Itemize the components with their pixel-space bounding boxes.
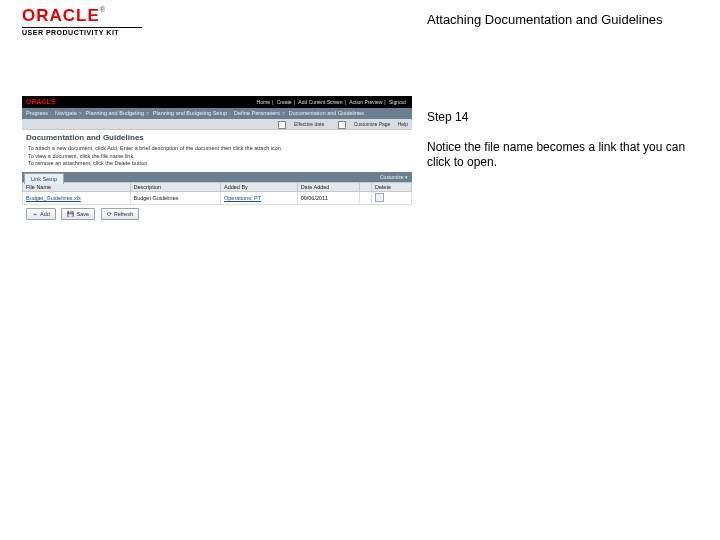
delete-icon[interactable] bbox=[375, 193, 384, 202]
save-icon: 💾 bbox=[67, 211, 74, 217]
topbar-link-add-current-screen[interactable]: Add Current Screen bbox=[298, 99, 342, 105]
instruction-line: To remove an attachment, click the Delet… bbox=[28, 160, 406, 168]
col-date-added[interactable]: Date Added bbox=[297, 183, 359, 192]
col-added-by[interactable]: Added By bbox=[221, 183, 298, 192]
breadcrumb: Progress: Navigate> Planning and Budgeti… bbox=[22, 108, 412, 119]
topbar-link-create[interactable]: Create bbox=[277, 99, 292, 105]
app-brand-mini: ORACLE bbox=[26, 98, 56, 105]
trademark-symbol: ® bbox=[100, 6, 105, 13]
tab-link-setup[interactable]: Link Setup bbox=[24, 173, 64, 184]
crumb-planning-budgeting-setup[interactable]: Planning and Budgeting Setup bbox=[153, 110, 227, 116]
file-name-link[interactable]: Budget_Guidelines.xls bbox=[26, 195, 81, 201]
step-instruction-text: Notice the file name becomes a link that… bbox=[427, 140, 687, 170]
page-heading: Documentation and Guidelines bbox=[22, 130, 412, 143]
refresh-button-label: Refresh bbox=[114, 211, 133, 217]
page-instructions: To attach a new document, click Add. Ent… bbox=[22, 143, 412, 172]
crumb-progress[interactable]: Progress bbox=[26, 110, 48, 116]
crumb-navigate[interactable]: Navigate bbox=[55, 110, 77, 116]
button-row: ＋Add 💾Save ⟳Refresh bbox=[22, 205, 412, 223]
step-label: Step 14 bbox=[427, 110, 468, 124]
plus-icon: ＋ bbox=[32, 211, 38, 217]
add-button-label: Add bbox=[40, 211, 50, 217]
refresh-icon: ⟳ bbox=[107, 211, 112, 217]
added-by-link[interactable]: Operations, PT bbox=[224, 195, 261, 201]
instruction-line: To attach a new document, click Add. Ent… bbox=[28, 145, 406, 153]
embedded-app-screenshot: ORACLE Home| Create| Add Current Screen|… bbox=[22, 96, 412, 223]
effective-date-toggle[interactable]: Effective date bbox=[272, 121, 324, 127]
lesson-title: Attaching Documentation and Guidelines bbox=[427, 12, 663, 27]
oracle-brand-text: ORACLE bbox=[22, 6, 100, 25]
help-link[interactable]: Help bbox=[398, 121, 408, 127]
table-row: Budget_Guidelines.xls Budget Guidelines … bbox=[23, 192, 412, 205]
topbar-link-action-preview[interactable]: Action Preview bbox=[349, 99, 382, 105]
checkbox-icon bbox=[338, 121, 346, 129]
add-button[interactable]: ＋Add bbox=[26, 208, 56, 220]
save-button-label: Save bbox=[76, 211, 89, 217]
topbar-link-signout[interactable]: Signout bbox=[389, 99, 406, 105]
crumb-planning-budgeting[interactable]: Planning and Budgeting bbox=[86, 110, 144, 116]
cell-date-added: 09/06/2011 bbox=[297, 192, 359, 205]
oracle-logo-block: ORACLE® USER PRODUCTIVITY KIT bbox=[22, 6, 142, 36]
cell-blank bbox=[359, 192, 371, 205]
tab-strip: Link Setup Customize ▾ bbox=[22, 172, 412, 182]
col-description[interactable]: Description bbox=[130, 183, 220, 192]
col-delete: Delete bbox=[372, 183, 412, 192]
col-blank bbox=[359, 183, 371, 192]
oracle-wordmark: ORACLE® bbox=[22, 6, 142, 26]
product-name: USER PRODUCTIVITY KIT bbox=[22, 29, 142, 36]
instruction-line: To view a document, click the file name … bbox=[28, 153, 406, 161]
refresh-button[interactable]: ⟳Refresh bbox=[101, 208, 139, 220]
app-top-bar: ORACLE Home| Create| Add Current Screen|… bbox=[22, 96, 412, 108]
crumb-documentation-guidelines[interactable]: Documentation and Guidelines bbox=[289, 110, 364, 116]
attachments-table: File Name Description Added By Date Adde… bbox=[22, 182, 412, 205]
customize-page-link[interactable]: Customize Page bbox=[332, 121, 391, 127]
cell-delete bbox=[372, 192, 412, 205]
cell-description: Budget Guidelines bbox=[130, 192, 220, 205]
table-header-row: File Name Description Added By Date Adde… bbox=[23, 183, 412, 192]
checkbox-icon bbox=[278, 121, 286, 129]
logo-divider bbox=[22, 27, 142, 28]
crumb-define-parameters[interactable]: Define Parameters bbox=[234, 110, 280, 116]
tab-customize-link[interactable]: Customize ▾ bbox=[380, 172, 408, 182]
topbar-link-home[interactable]: Home bbox=[257, 99, 270, 105]
page-toolbar: Effective date Customize Page Help bbox=[22, 119, 412, 129]
app-top-links: Home| Create| Add Current Screen| Action… bbox=[255, 96, 408, 108]
save-button[interactable]: 💾Save bbox=[61, 208, 95, 220]
